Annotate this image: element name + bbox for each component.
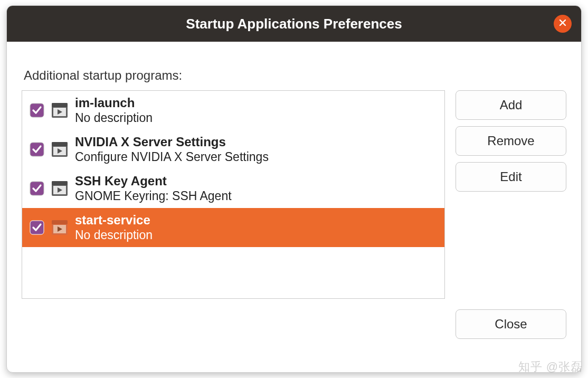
svg-rect-14 <box>52 220 68 224</box>
application-icon <box>52 220 68 235</box>
item-text: start-serviceNo description <box>75 213 153 242</box>
svg-rect-10 <box>52 181 68 185</box>
item-text: SSH Key AgentGNOME Keyring: SSH Agent <box>75 174 232 203</box>
item-name: im-launch <box>75 96 153 111</box>
item-name: NVIDIA X Server Settings <box>75 135 269 150</box>
footer: Close <box>22 309 566 339</box>
window-title: Startup Applications Preferences <box>186 16 402 32</box>
close-button[interactable]: Close <box>456 309 566 339</box>
application-icon <box>52 142 68 157</box>
svg-rect-12 <box>30 221 44 234</box>
checkbox[interactable] <box>30 142 44 157</box>
svg-rect-8 <box>30 182 44 195</box>
preferences-window: Startup Applications Preferences Additio… <box>6 5 582 373</box>
window-content: Additional startup programs: im-launchNo… <box>7 42 581 372</box>
main-row: im-launchNo description NVIDIA X Server … <box>22 90 566 299</box>
list-item[interactable]: start-serviceNo description <box>22 208 444 247</box>
item-description: No description <box>75 228 153 243</box>
checkbox[interactable] <box>30 220 44 235</box>
item-description: GNOME Keyring: SSH Agent <box>75 189 232 204</box>
side-buttons: Add Remove Edit <box>456 90 566 192</box>
edit-button[interactable]: Edit <box>456 162 566 192</box>
application-icon <box>52 103 68 118</box>
item-name: SSH Key Agent <box>75 174 232 189</box>
item-description: No description <box>75 111 153 126</box>
section-label: Additional startup programs: <box>24 68 566 83</box>
item-description: Configure NVIDIA X Server Settings <box>75 150 269 165</box>
add-button[interactable]: Add <box>456 90 566 120</box>
titlebar: Startup Applications Preferences <box>7 6 581 42</box>
checkbox[interactable] <box>30 181 44 196</box>
list-item[interactable]: im-launchNo description <box>22 91 444 130</box>
checkbox[interactable] <box>30 103 44 118</box>
svg-rect-6 <box>52 142 68 146</box>
item-text: NVIDIA X Server SettingsConfigure NVIDIA… <box>75 135 269 164</box>
list-item[interactable]: NVIDIA X Server SettingsConfigure NVIDIA… <box>22 130 444 169</box>
item-name: start-service <box>75 213 153 228</box>
startup-programs-list[interactable]: im-launchNo description NVIDIA X Server … <box>22 90 445 299</box>
close-window-button[interactable] <box>554 15 572 33</box>
close-icon <box>558 18 567 29</box>
svg-rect-4 <box>30 143 44 156</box>
svg-rect-0 <box>30 103 44 117</box>
svg-rect-2 <box>52 103 68 107</box>
remove-button[interactable]: Remove <box>456 126 566 156</box>
list-item[interactable]: SSH Key AgentGNOME Keyring: SSH Agent <box>22 169 444 208</box>
application-icon <box>52 181 68 196</box>
item-text: im-launchNo description <box>75 96 153 125</box>
